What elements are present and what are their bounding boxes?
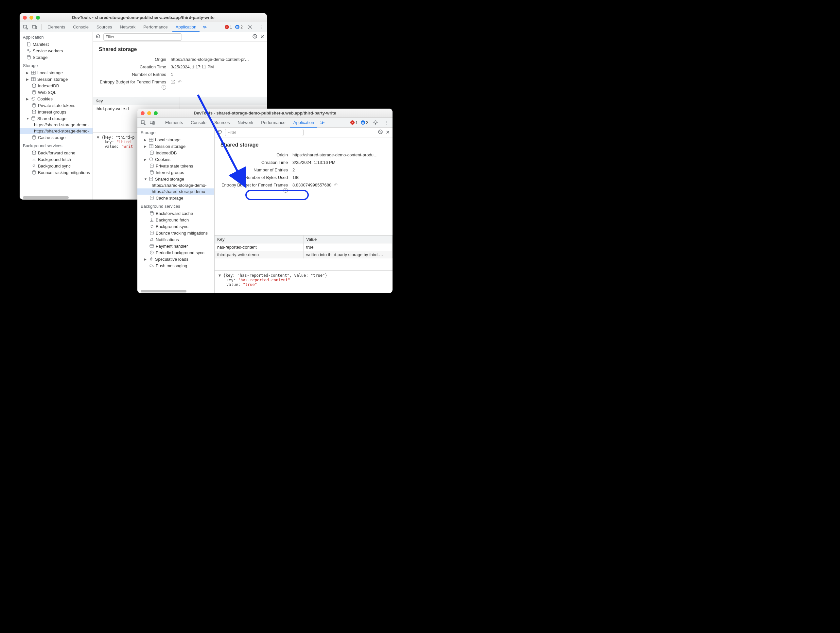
sidebar-item-bg-fetch[interactable]: Background fetch: [20, 156, 93, 163]
sidebar-item-ss-origin-1[interactable]: https://shared-storage-demo-: [137, 182, 214, 188]
sidebar-item-indexeddb[interactable]: IndexedDB: [137, 150, 214, 156]
tab-sources[interactable]: Sources: [211, 118, 233, 128]
section-storage: Storage: [137, 128, 214, 136]
sidebar-item-cookies[interactable]: ▶Cookies: [137, 156, 214, 163]
sidebar-item-service-workers[interactable]: Service workers: [20, 47, 93, 54]
tab-application[interactable]: Application: [290, 118, 317, 128]
sidebar-item-btm[interactable]: Bounce tracking mitigations: [20, 169, 93, 176]
sidebar-item-websql[interactable]: Web SQL: [20, 89, 93, 96]
sidebar-item-cookies[interactable]: ▶Cookies: [20, 96, 93, 102]
table-icon: [148, 144, 154, 149]
col-key[interactable]: Key: [93, 97, 180, 105]
tab-application[interactable]: Application: [172, 22, 200, 32]
sidebar-item-push[interactable]: Push messaging: [137, 262, 214, 269]
sidebar-item-bf-cache[interactable]: Back/forward cache: [20, 150, 93, 156]
col-key[interactable]: Key: [215, 235, 303, 243]
database-icon: [32, 135, 36, 140]
inspect-icon[interactable]: [22, 23, 30, 31]
sidebar-item-pst[interactable]: Private state tokens: [137, 163, 214, 169]
sidebar-item-session-storage[interactable]: ▶Session storage: [137, 143, 214, 150]
sidebar-item-local-storage[interactable]: ▶Local storage: [137, 136, 214, 143]
device-icon[interactable]: [148, 119, 156, 126]
tab-elements[interactable]: Elements: [44, 22, 68, 32]
minimize-icon[interactable]: [147, 111, 151, 115]
block-icon[interactable]: [378, 129, 383, 136]
sidebar-item-payment[interactable]: Payment handler: [137, 243, 214, 249]
error-badge[interactable]: ✕1: [225, 25, 232, 30]
device-icon[interactable]: [31, 23, 39, 31]
sidebar-item-cache-storage[interactable]: Cache storage: [137, 195, 214, 201]
window-title: DevTools - shared-storage-demo-publisher…: [137, 110, 393, 115]
zoom-icon[interactable]: [154, 111, 158, 115]
gear-icon[interactable]: [246, 23, 254, 31]
sidebar-item-notifications[interactable]: Notifications: [137, 236, 214, 243]
col-value[interactable]: Value: [303, 235, 393, 243]
sidebar-item-interest-groups[interactable]: Interest groups: [137, 169, 214, 176]
refresh-icon[interactable]: [217, 129, 223, 136]
sidebar-item-session-storage[interactable]: ▶Session storage: [20, 76, 93, 82]
close-icon[interactable]: ✕: [260, 34, 264, 40]
inspect-icon[interactable]: [139, 119, 147, 126]
table-row[interactable]: third-party-write-demowritten into third…: [215, 251, 393, 259]
svg-point-31: [150, 177, 153, 178]
tab-console[interactable]: Console: [69, 22, 92, 32]
message-badge[interactable]: ▦2: [361, 120, 368, 125]
database-icon: [32, 103, 36, 108]
sidebar-item-cache-storage[interactable]: Cache storage: [20, 134, 93, 140]
sidebar-item-speculative[interactable]: ▶Speculative loads: [137, 256, 214, 262]
sidebar-item-bg-fetch[interactable]: Background fetch: [137, 216, 214, 223]
block-icon[interactable]: [252, 34, 257, 40]
sidebar-item-manifest[interactable]: Manifest: [20, 41, 93, 47]
tab-console[interactable]: Console: [188, 118, 210, 128]
tab-sources[interactable]: Sources: [93, 22, 115, 32]
tab-network[interactable]: Network: [117, 22, 139, 32]
sidebar-item-ss-origin-2[interactable]: https://shared-storage-demo-: [137, 188, 214, 195]
more-tabs-icon[interactable]: ≫: [201, 23, 209, 31]
undo-icon[interactable]: ↶: [334, 183, 338, 188]
message-badge[interactable]: ▦2: [235, 25, 243, 30]
svg-point-34: [150, 231, 153, 232]
filter-input[interactable]: [103, 33, 182, 41]
sidebar-item-btm[interactable]: Bounce tracking mitigations: [137, 230, 214, 236]
close-icon[interactable]: ✕: [386, 129, 390, 136]
minimize-icon[interactable]: [30, 16, 33, 20]
tab-network[interactable]: Network: [235, 118, 257, 128]
sidebar-item-interest-groups[interactable]: Interest groups: [20, 109, 93, 115]
section-bgs: Background services: [137, 201, 214, 210]
sidebar-item-bf-cache[interactable]: Back/forward cache: [137, 210, 214, 216]
filter-input[interactable]: [225, 129, 303, 136]
sidebar-item-storage[interactable]: Storage: [20, 54, 93, 60]
close-icon[interactable]: [141, 111, 145, 115]
gear-icon[interactable]: [372, 119, 379, 126]
zoom-icon[interactable]: [36, 16, 40, 20]
sidebar-item-local-storage[interactable]: ▶Local storage: [20, 69, 93, 76]
tab-performance[interactable]: Performance: [140, 22, 171, 32]
database-icon: [149, 163, 155, 169]
table-row[interactable]: has-reported-contenttrue: [215, 243, 393, 251]
table-icon: [148, 137, 154, 142]
more-tabs-icon[interactable]: ≫: [319, 119, 327, 126]
card-icon: [149, 243, 155, 249]
sidebar-item-bg-sync[interactable]: Background sync: [137, 223, 214, 230]
close-icon[interactable]: [23, 16, 27, 20]
sidebar-item-indexeddb[interactable]: IndexedDB: [20, 82, 93, 89]
sidebar-item-periodic-sync[interactable]: Periodic background sync: [137, 249, 214, 256]
sidebar-item-ss-origin-2[interactable]: https://shared-storage-demo-: [20, 128, 93, 134]
tab-elements[interactable]: Elements: [162, 118, 186, 128]
refresh-icon[interactable]: [96, 34, 101, 40]
sidebar-item-ss-origin-1[interactable]: https://shared-storage-demo-: [20, 122, 93, 128]
info-icon[interactable]: i: [283, 188, 288, 193]
scrollbar-thumb[interactable]: [141, 290, 186, 292]
tab-performance[interactable]: Performance: [258, 118, 289, 128]
database-icon: [32, 109, 36, 115]
info-icon[interactable]: i: [162, 85, 166, 90]
sidebar-item-pst[interactable]: Private state tokens: [20, 102, 93, 109]
kebab-icon[interactable]: ⋮: [257, 23, 265, 31]
sidebar-item-shared-storage[interactable]: ▼Shared storage: [20, 115, 93, 122]
error-badge[interactable]: ✕1: [351, 120, 358, 125]
undo-icon[interactable]: ↶: [178, 79, 182, 84]
sidebar-item-bg-sync[interactable]: Background sync: [20, 163, 93, 169]
kebab-icon[interactable]: ⋮: [383, 119, 390, 126]
scrollbar-thumb[interactable]: [23, 196, 69, 199]
sidebar-item-shared-storage[interactable]: ▼Shared storage: [137, 176, 214, 182]
